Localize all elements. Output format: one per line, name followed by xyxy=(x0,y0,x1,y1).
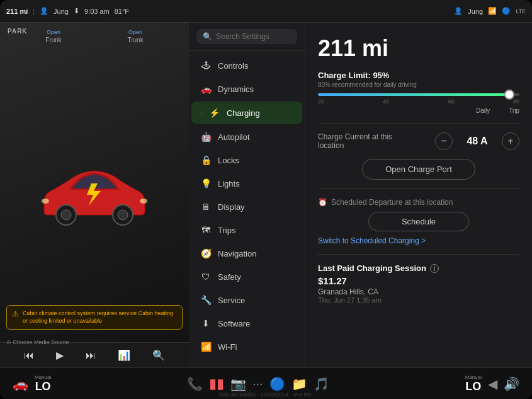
trips-label: Trips xyxy=(218,226,235,235)
menu-panel: 🔍 🕹 Controls 🚗 Dynamics · ⚡ Charging xyxy=(189,23,305,367)
charge-current-row: Charge Current at this location − 48 A + xyxy=(318,132,519,150)
navigation-icon: 🧭 xyxy=(200,248,212,258)
charge-sub: 80% recommended for daily driving xyxy=(318,81,519,88)
increase-button[interactable]: + xyxy=(502,132,519,150)
trunk-label[interactable]: Open Trunk xyxy=(127,29,143,43)
lo-left: LO xyxy=(35,380,51,393)
dots-icon[interactable]: ··· xyxy=(252,376,263,391)
menu-item-controls[interactable]: 🕹 Controls xyxy=(191,54,302,77)
tesla-car-svg xyxy=(31,152,157,234)
decrease-button[interactable]: − xyxy=(435,132,453,150)
bottom-center-section: 📞 ▮▮ 📷 ··· 🔵 📁 🎵 xyxy=(187,376,329,392)
right-user-name: Jung xyxy=(468,8,483,15)
frunk-label[interactable]: Open Frunk xyxy=(45,29,62,43)
scheduled-section: ⏰ Scheduled Departure at this location S… xyxy=(318,198,519,245)
left-panel: PARK Open Frunk Open Trunk xyxy=(0,23,189,367)
prev-button[interactable]: ⏮ xyxy=(24,350,34,361)
user-icon: 👤 xyxy=(40,7,48,15)
slider-thumb[interactable] xyxy=(504,90,514,100)
svg-point-6 xyxy=(42,199,49,204)
svg-point-5 xyxy=(140,199,147,204)
media-source[interactable]: ⊙ Choose Media Source xyxy=(6,339,69,345)
search-media-button[interactable]: 🔍 xyxy=(152,349,165,361)
svg-point-4 xyxy=(118,210,128,220)
lights-icon: 💡 xyxy=(200,178,212,188)
alarm-icon: ⏰ xyxy=(318,198,327,207)
search-wrap[interactable]: 🔍 xyxy=(196,29,297,44)
menu-item-navigation[interactable]: 🧭 Navigation xyxy=(191,242,302,265)
search-icon: 🔍 xyxy=(203,32,212,41)
menu-item-charging[interactable]: · ⚡ Charging xyxy=(191,101,302,124)
display-label: Display xyxy=(218,202,245,212)
service-label: Service xyxy=(218,296,245,305)
last-session-amount: $11.27 xyxy=(318,275,519,286)
volume-icon[interactable]: 🔊 xyxy=(504,376,519,391)
divider-3 xyxy=(318,254,519,255)
menu-item-wifi[interactable]: 📶 Wi-Fi xyxy=(191,335,302,358)
menu-item-trips[interactable]: 🗺 Trips xyxy=(191,219,302,241)
last-session-title: Last Paid Charging Session i xyxy=(318,263,519,273)
right-column: 211 mi Charge Limit: 95% 80% recommended… xyxy=(305,23,532,367)
time-display: 9:03 am xyxy=(84,8,110,15)
menu-item-autopilot[interactable]: 🤖 Autopilot xyxy=(191,125,302,148)
warning-text: Cabin climate control system requires se… xyxy=(23,309,177,325)
charging-range: 211 mi xyxy=(318,35,519,62)
controls-label: Controls xyxy=(218,61,248,71)
last-session-date: Thu, Jun 27 1:35 am xyxy=(318,296,519,304)
bluetooth-bar-icon[interactable]: 🔵 xyxy=(269,376,285,391)
play-button[interactable]: ▶ xyxy=(56,349,64,361)
status-bar-right: 👤 Jung 📶 🔵 LTE xyxy=(454,7,526,15)
menu-item-dynamics[interactable]: 🚗 Dynamics xyxy=(191,78,302,100)
menu-item-lights[interactable]: 💡 Lights xyxy=(191,172,302,195)
autopilot-label: Autopilot xyxy=(218,132,250,142)
equalizer-button[interactable]: 📊 xyxy=(118,349,130,361)
menu-item-locks[interactable]: 🔒 Locks xyxy=(191,149,302,171)
warning-banner: ⚠ Cabin climate control system requires … xyxy=(6,305,183,330)
schedule-button[interactable]: Schedule xyxy=(368,212,469,231)
locks-icon: 🔒 xyxy=(200,155,212,165)
manual-label-right: Manual xyxy=(465,374,482,380)
watermark: 000-39784803 · 07/03/2024 · IAA Inc. xyxy=(219,391,313,398)
charging-dot: · xyxy=(200,108,203,118)
software-icon: ⬇ xyxy=(200,318,212,328)
download-icon: ⬇ xyxy=(74,7,79,15)
car-icon[interactable]: 🚗 xyxy=(13,376,28,391)
next-button[interactable]: ⏭ xyxy=(86,350,96,361)
divider-1 xyxy=(318,123,519,124)
switch-scheduled-link[interactable]: Switch to Scheduled Charging > xyxy=(318,236,519,245)
wifi-icon: 📶 xyxy=(200,342,212,352)
music-icon[interactable]: 🎵 xyxy=(314,376,329,391)
charge-slider-container: 20 40 60 80 xyxy=(318,93,519,105)
top-status-bar: 211 mi | 👤 Jung ⬇ 9:03 am 81°F 👤 Jung 📶 … xyxy=(0,0,532,23)
main-area: PARK Open Frunk Open Trunk xyxy=(0,23,532,367)
volume-right: Manual LO xyxy=(465,374,482,393)
menu-item-service[interactable]: 🔧 Service xyxy=(191,289,302,311)
search-bar: 🔍 xyxy=(189,23,305,51)
phone-icon[interactable]: 📞 xyxy=(187,376,203,391)
warning-icon: ⚠ xyxy=(12,309,19,318)
media-icon[interactable]: ▮▮ xyxy=(209,376,224,392)
safety-icon: 🛡 xyxy=(200,272,212,282)
chevron-left-icon[interactable]: ◀ xyxy=(488,376,497,391)
files-icon[interactable]: 📁 xyxy=(291,376,307,391)
safety-label: Safety xyxy=(218,272,241,282)
manual-label-left: Manual xyxy=(35,374,51,380)
open-charge-wrap: Open Charge Port xyxy=(318,159,519,180)
menu-item-display[interactable]: 🖥 Display xyxy=(191,195,302,218)
last-session-location: Granada Hills, CA xyxy=(318,287,519,296)
last-session-section: Last Paid Charging Session i $11.27 Gran… xyxy=(318,263,519,304)
menu-list: 🕹 Controls 🚗 Dynamics · ⚡ Charging 🤖 Aut… xyxy=(189,51,305,367)
info-icon[interactable]: i xyxy=(430,264,439,273)
search-input[interactable] xyxy=(216,32,291,41)
open-charge-port-button[interactable]: Open Charge Port xyxy=(362,159,475,180)
bottom-left-section: 🚗 Manual LO xyxy=(13,374,51,393)
locks-label: Locks xyxy=(218,156,239,165)
camera-icon[interactable]: 📷 xyxy=(230,376,246,391)
charge-current-label: Charge Current at this location xyxy=(318,132,393,150)
user-name: Jung xyxy=(54,8,69,15)
lte-icon: LTE xyxy=(516,8,526,14)
divider-2 xyxy=(318,188,519,189)
menu-item-software[interactable]: ⬇ Software xyxy=(191,312,302,335)
menu-item-safety[interactable]: 🛡 Safety xyxy=(191,265,302,288)
charge-limit-section: Charge Limit: 95% 80% recommended for da… xyxy=(318,71,519,114)
